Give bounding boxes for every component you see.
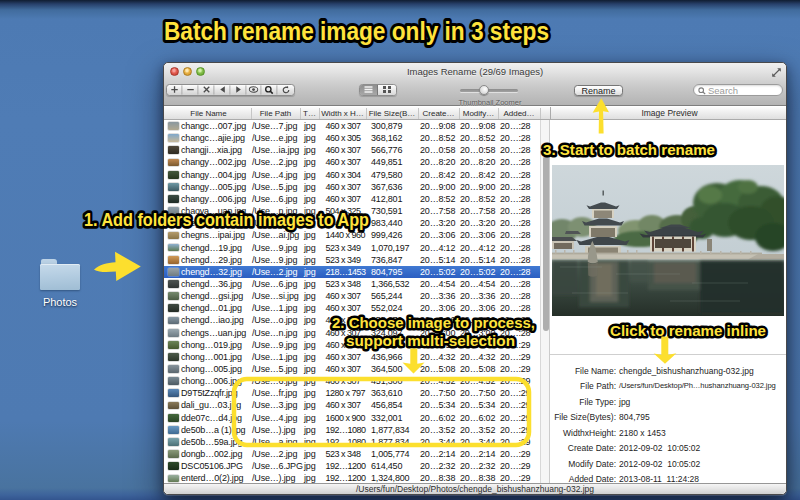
svg-text:Batch rename image only in 3 s: Batch rename image only in 3 steps — [164, 17, 549, 45]
